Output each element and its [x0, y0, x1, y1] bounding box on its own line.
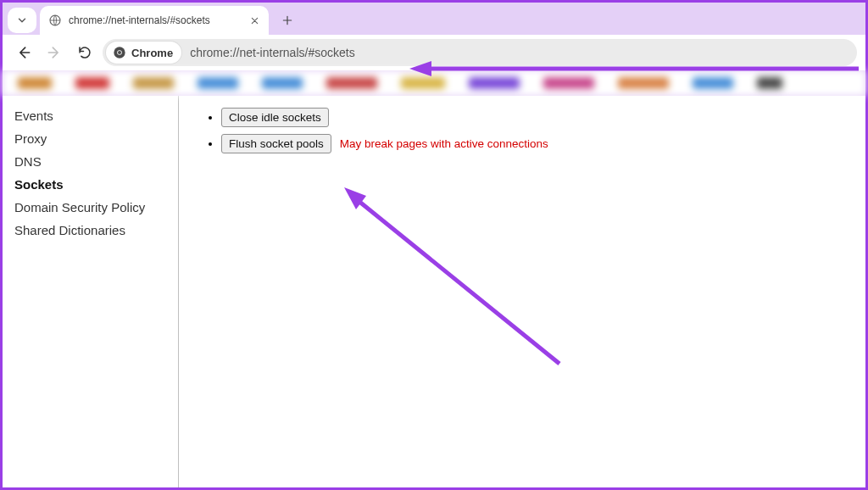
tab-close-button[interactable]: [248, 14, 260, 26]
close-idle-sockets-button[interactable]: Close idle sockets: [221, 108, 329, 127]
browser-tab[interactable]: chrome://net-internals/#sockets: [40, 6, 269, 35]
sidebar: Events Proxy DNS Sockets Domain Security…: [3, 96, 179, 487]
sidebar-item-domain-security-policy[interactable]: Domain Security Policy: [3, 196, 178, 219]
svg-line-6: [354, 198, 559, 364]
chevron-down-icon: [16, 14, 28, 26]
svg-point-3: [118, 51, 121, 54]
annotated-screenshot-frame: chrome://net-internals/#sockets: [0, 0, 868, 490]
annotation-arrow-flush: [337, 181, 575, 376]
sidebar-item-proxy[interactable]: Proxy: [3, 127, 178, 150]
svg-marker-5: [409, 61, 431, 76]
chrome-origin-badge: Chrome: [106, 42, 181, 64]
back-button[interactable]: [11, 40, 36, 65]
reload-button[interactable]: [72, 40, 97, 65]
flush-socket-pools-button[interactable]: Flush socket pools: [221, 134, 331, 153]
flush-warning-text: May break pages with active connections: [340, 137, 548, 150]
globe-icon: [48, 14, 62, 27]
chrome-logo-icon: [113, 46, 126, 59]
chrome-badge-label: Chrome: [131, 47, 173, 59]
new-tab-button[interactable]: [275, 8, 299, 32]
annotation-arrow-url: [409, 59, 859, 78]
tab-strip: chrome://net-internals/#sockets: [3, 3, 865, 35]
tab-title: chrome://net-internals/#sockets: [69, 14, 242, 26]
sidebar-item-shared-dictionaries[interactable]: Shared Dictionaries: [3, 219, 178, 242]
url-text: chrome://net-internals/#sockets: [190, 46, 355, 59]
arrow-right-icon: [46, 44, 63, 61]
plus-icon: [281, 14, 293, 26]
sidebar-item-sockets[interactable]: Sockets: [3, 173, 178, 196]
list-item: Close idle sockets: [221, 108, 548, 127]
list-item: Flush socket pools May break pages with …: [221, 134, 548, 153]
sidebar-item-dns[interactable]: DNS: [3, 150, 178, 173]
tabs-dropdown-button[interactable]: [8, 8, 36, 33]
close-icon: [250, 16, 259, 25]
arrow-left-icon: [15, 44, 32, 61]
actions-list: Close idle sockets Flush socket pools Ma…: [199, 108, 548, 153]
forward-button[interactable]: [42, 40, 67, 65]
reload-icon: [77, 45, 92, 60]
sidebar-item-events[interactable]: Events: [3, 104, 178, 127]
